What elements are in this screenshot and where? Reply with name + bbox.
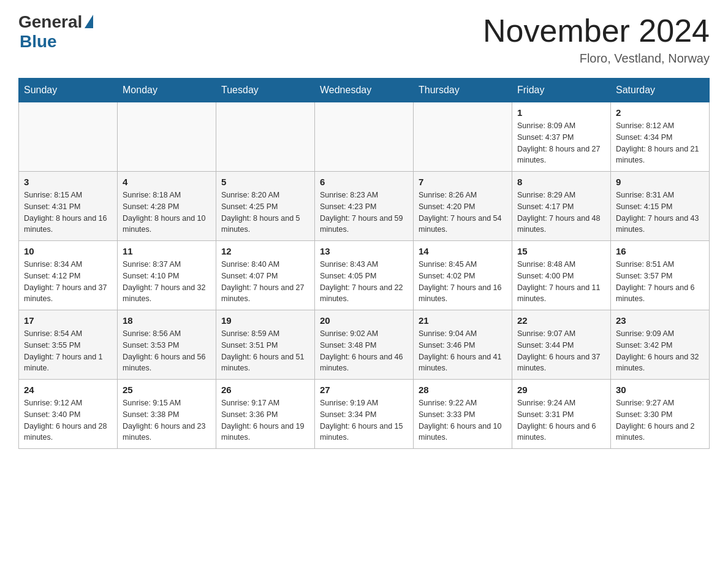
calendar-cell — [216, 102, 315, 172]
day-number: 4 — [123, 177, 211, 187]
day-info: Sunrise: 8:56 AMSunset: 3:53 PMDaylight:… — [123, 328, 211, 374]
day-info: Sunrise: 8:29 AMSunset: 4:17 PMDaylight:… — [517, 190, 605, 236]
day-number: 11 — [123, 246, 211, 256]
day-number: 6 — [320, 177, 408, 187]
calendar-header-row: SundayMondayTuesdayWednesdayThursdayFrid… — [19, 79, 710, 102]
day-number: 7 — [419, 177, 507, 187]
calendar-cell: 20Sunrise: 9:02 AMSunset: 3:48 PMDayligh… — [315, 310, 414, 380]
calendar-header-monday: Monday — [118, 79, 216, 102]
calendar-cell: 21Sunrise: 9:04 AMSunset: 3:46 PMDayligh… — [414, 310, 512, 380]
day-number: 3 — [24, 177, 112, 187]
calendar-cell: 18Sunrise: 8:56 AMSunset: 3:53 PMDayligh… — [118, 310, 216, 380]
day-info: Sunrise: 9:22 AMSunset: 3:33 PMDaylight:… — [419, 397, 507, 443]
calendar-cell: 10Sunrise: 8:34 AMSunset: 4:12 PMDayligh… — [19, 241, 118, 310]
calendar-header-tuesday: Tuesday — [216, 79, 315, 102]
day-info: Sunrise: 8:18 AMSunset: 4:28 PMDaylight:… — [123, 190, 211, 236]
day-info: Sunrise: 9:07 AMSunset: 3:44 PMDaylight:… — [517, 328, 605, 374]
day-info: Sunrise: 8:34 AMSunset: 4:12 PMDaylight:… — [24, 259, 112, 305]
logo: General Blue — [18, 12, 93, 52]
day-number: 8 — [517, 177, 605, 187]
day-number: 24 — [24, 385, 112, 395]
calendar-week-row: 3Sunrise: 8:15 AMSunset: 4:31 PMDaylight… — [19, 172, 710, 241]
day-info: Sunrise: 9:09 AMSunset: 3:42 PMDaylight:… — [616, 328, 704, 374]
day-info: Sunrise: 8:09 AMSunset: 4:37 PMDaylight:… — [517, 120, 605, 166]
day-number: 9 — [616, 177, 704, 187]
calendar-cell: 2Sunrise: 8:12 AMSunset: 4:34 PMDaylight… — [611, 102, 710, 172]
calendar-header-sunday: Sunday — [19, 79, 118, 102]
day-info: Sunrise: 8:37 AMSunset: 4:10 PMDaylight:… — [123, 259, 211, 305]
day-number: 21 — [419, 315, 507, 326]
day-info: Sunrise: 8:45 AMSunset: 4:02 PMDaylight:… — [419, 259, 507, 305]
day-info: Sunrise: 9:02 AMSunset: 3:48 PMDaylight:… — [320, 328, 408, 374]
calendar-table: SundayMondayTuesdayWednesdayThursdayFrid… — [18, 78, 710, 449]
calendar-cell: 19Sunrise: 8:59 AMSunset: 3:51 PMDayligh… — [216, 310, 315, 380]
day-number: 14 — [419, 246, 507, 256]
calendar-cell: 7Sunrise: 8:26 AMSunset: 4:20 PMDaylight… — [414, 172, 512, 241]
day-info: Sunrise: 9:24 AMSunset: 3:31 PMDaylight:… — [517, 397, 605, 443]
day-info: Sunrise: 8:23 AMSunset: 4:23 PMDaylight:… — [320, 190, 408, 236]
calendar-cell: 13Sunrise: 8:43 AMSunset: 4:05 PMDayligh… — [315, 241, 414, 310]
day-info: Sunrise: 9:04 AMSunset: 3:46 PMDaylight:… — [419, 328, 507, 374]
day-number: 1 — [517, 107, 605, 118]
calendar-cell: 1Sunrise: 8:09 AMSunset: 4:37 PMDaylight… — [512, 102, 611, 172]
calendar-week-row: 1Sunrise: 8:09 AMSunset: 4:37 PMDaylight… — [19, 102, 710, 172]
day-number: 2 — [616, 107, 704, 118]
day-number: 12 — [221, 246, 309, 256]
day-number: 20 — [320, 315, 408, 326]
calendar-cell: 16Sunrise: 8:51 AMSunset: 3:57 PMDayligh… — [611, 241, 710, 310]
calendar-cell: 25Sunrise: 9:15 AMSunset: 3:38 PMDayligh… — [118, 380, 216, 449]
day-info: Sunrise: 8:43 AMSunset: 4:05 PMDaylight:… — [320, 259, 408, 305]
logo-general-text: General — [18, 12, 82, 32]
calendar-cell: 8Sunrise: 8:29 AMSunset: 4:17 PMDaylight… — [512, 172, 611, 241]
day-number: 30 — [616, 385, 704, 395]
calendar-cell: 17Sunrise: 8:54 AMSunset: 3:55 PMDayligh… — [19, 310, 118, 380]
calendar-cell — [118, 102, 216, 172]
calendar-header-friday: Friday — [512, 79, 611, 102]
day-info: Sunrise: 9:17 AMSunset: 3:36 PMDaylight:… — [221, 397, 309, 443]
calendar-cell: 23Sunrise: 9:09 AMSunset: 3:42 PMDayligh… — [611, 310, 710, 380]
day-info: Sunrise: 9:15 AMSunset: 3:38 PMDaylight:… — [123, 397, 211, 443]
calendar-cell: 27Sunrise: 9:19 AMSunset: 3:34 PMDayligh… — [315, 380, 414, 449]
day-info: Sunrise: 8:20 AMSunset: 4:25 PMDaylight:… — [221, 190, 309, 236]
day-number: 5 — [221, 177, 309, 187]
calendar-cell: 29Sunrise: 9:24 AMSunset: 3:31 PMDayligh… — [512, 380, 611, 449]
calendar-cell: 28Sunrise: 9:22 AMSunset: 3:33 PMDayligh… — [414, 380, 512, 449]
day-info: Sunrise: 8:26 AMSunset: 4:20 PMDaylight:… — [419, 190, 507, 236]
day-info: Sunrise: 9:12 AMSunset: 3:40 PMDaylight:… — [24, 397, 112, 443]
calendar-cell: 11Sunrise: 8:37 AMSunset: 4:10 PMDayligh… — [118, 241, 216, 310]
day-info: Sunrise: 8:15 AMSunset: 4:31 PMDaylight:… — [24, 190, 112, 236]
day-number: 28 — [419, 385, 507, 395]
day-number: 15 — [517, 246, 605, 256]
calendar-cell: 6Sunrise: 8:23 AMSunset: 4:23 PMDaylight… — [315, 172, 414, 241]
day-info: Sunrise: 8:48 AMSunset: 4:00 PMDaylight:… — [517, 259, 605, 305]
day-number: 18 — [123, 315, 211, 326]
day-number: 26 — [221, 385, 309, 395]
day-number: 16 — [616, 246, 704, 256]
calendar-cell — [19, 102, 118, 172]
calendar-cell — [414, 102, 512, 172]
location-text: Floro, Vestland, Norway — [483, 52, 710, 66]
day-number: 17 — [24, 315, 112, 326]
calendar-cell: 5Sunrise: 8:20 AMSunset: 4:25 PMDaylight… — [216, 172, 315, 241]
day-info: Sunrise: 8:59 AMSunset: 3:51 PMDaylight:… — [221, 328, 309, 374]
calendar-week-row: 10Sunrise: 8:34 AMSunset: 4:12 PMDayligh… — [19, 241, 710, 310]
calendar-cell: 9Sunrise: 8:31 AMSunset: 4:15 PMDaylight… — [611, 172, 710, 241]
calendar-cell: 15Sunrise: 8:48 AMSunset: 4:00 PMDayligh… — [512, 241, 611, 310]
calendar-cell: 4Sunrise: 8:18 AMSunset: 4:28 PMDaylight… — [118, 172, 216, 241]
calendar-cell: 26Sunrise: 9:17 AMSunset: 3:36 PMDayligh… — [216, 380, 315, 449]
day-number: 25 — [123, 385, 211, 395]
day-info: Sunrise: 8:54 AMSunset: 3:55 PMDaylight:… — [24, 328, 112, 374]
calendar-cell: 24Sunrise: 9:12 AMSunset: 3:40 PMDayligh… — [19, 380, 118, 449]
title-section: November 2024 Floro, Vestland, Norway — [483, 12, 710, 66]
page-header: General Blue November 2024 Floro, Vestla… — [18, 12, 710, 66]
day-number: 23 — [616, 315, 704, 326]
day-info: Sunrise: 9:19 AMSunset: 3:34 PMDaylight:… — [320, 397, 408, 443]
calendar-cell: 30Sunrise: 9:27 AMSunset: 3:30 PMDayligh… — [611, 380, 710, 449]
logo-blue-text: Blue — [20, 32, 57, 52]
calendar-cell: 12Sunrise: 8:40 AMSunset: 4:07 PMDayligh… — [216, 241, 315, 310]
day-info: Sunrise: 8:31 AMSunset: 4:15 PMDaylight:… — [616, 190, 704, 236]
day-number: 27 — [320, 385, 408, 395]
calendar-cell — [315, 102, 414, 172]
day-number: 13 — [320, 246, 408, 256]
day-number: 19 — [221, 315, 309, 326]
